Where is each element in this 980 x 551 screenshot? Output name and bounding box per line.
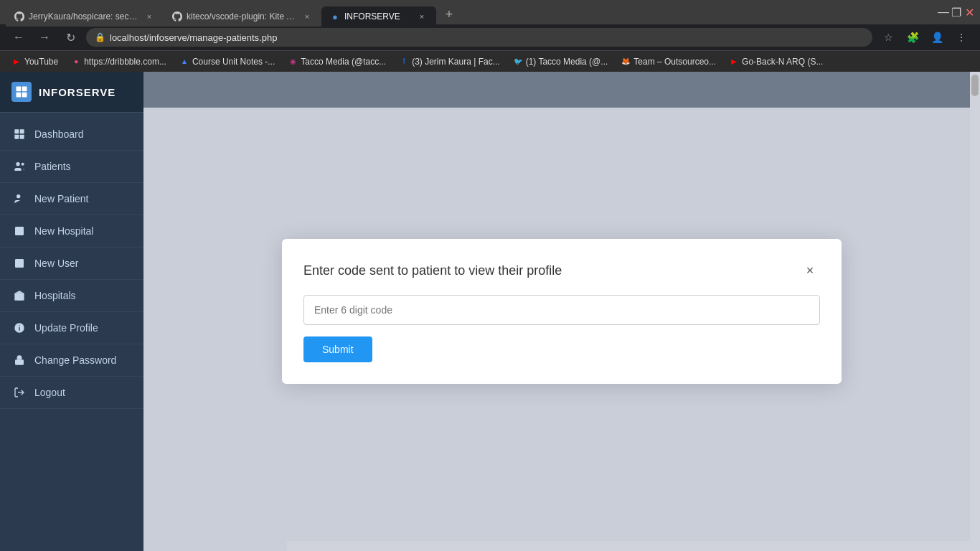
sidebar-nav: Dashboard Patients New Patient: [0, 113, 143, 415]
bookmark-outsource[interactable]: 🦊 Team – Outsourceo...: [615, 55, 722, 69]
svg-rect-7: [20, 135, 24, 139]
firefox-favicon-icon: 🦊: [621, 57, 631, 67]
sidebar-item-update-profile-label: Update Profile: [34, 322, 98, 334]
bookmark-facebook[interactable]: f (3) Jerim Kaura | Fac...: [393, 55, 505, 69]
tab-1-close[interactable]: ×: [143, 11, 155, 22]
app-title: INFORSERVE: [39, 86, 116, 98]
svg-rect-13: [15, 227, 24, 235]
profile-icon[interactable]: 👤: [927, 27, 947, 47]
svg-point-8: [16, 162, 19, 166]
svg-point-10: [17, 194, 20, 198]
bookmark-youtube[interactable]: ▶ YouTube: [6, 55, 64, 69]
sidebar-item-logout[interactable]: Logout: [0, 377, 143, 409]
forward-button[interactable]: →: [34, 27, 55, 47]
address-text: localhost/infoserve/manage-patients.php: [110, 32, 864, 43]
sidebar-item-new-user[interactable]: New User: [0, 248, 143, 280]
svg-rect-21: [15, 359, 24, 364]
tab-3[interactable]: ● INFORSERVE ×: [321, 6, 436, 27]
tab-2-title: kiteco/vscode-plugin: Kite Autoc...: [187, 11, 297, 22]
sidebar: INFORSERVE Dashboard Patients: [0, 72, 143, 551]
logout-icon: [13, 386, 26, 399]
modal-header: Enter code sent to patient to view their…: [303, 260, 820, 281]
modal-overlay: Enter code sent to patient to view their…: [143, 72, 980, 551]
svg-rect-2: [17, 93, 22, 98]
maximize-button[interactable]: ❐: [951, 7, 961, 17]
bookmark-youtube-label: YouTube: [24, 57, 58, 67]
extensions-icon[interactable]: 🧩: [903, 27, 923, 47]
submit-button[interactable]: Submit: [303, 336, 372, 362]
title-bar: JerryKaura/hospicare: second ye... × kit…: [0, 0, 980, 24]
update-profile-icon: [13, 321, 26, 334]
horizontal-scrollbar[interactable]: [287, 541, 970, 551]
svg-rect-1: [22, 87, 27, 92]
new-hospital-icon: [13, 225, 26, 237]
main-content: Enter code sent to patient to view their…: [143, 72, 980, 551]
code-input[interactable]: [303, 295, 820, 325]
youtube-favicon-icon: ▶: [11, 57, 22, 67]
svg-rect-3: [22, 93, 27, 98]
bookmark-course-label: Course Unit Notes -...: [192, 57, 275, 67]
minimize-button[interactable]: —: [938, 7, 948, 17]
reload-button[interactable]: ↻: [60, 27, 80, 47]
bookmark-gobackn[interactable]: ▶ Go-Back-N ARQ (S...: [723, 55, 829, 69]
svg-rect-16: [15, 259, 24, 268]
dashboard-icon: [13, 128, 26, 141]
browser-chrome: JerryKaura/hospicare: second ye... × kit…: [0, 0, 980, 72]
tab-1[interactable]: JerryKaura/hospicare: second ye... ×: [6, 6, 164, 27]
tab-3-favicon: ●: [330, 11, 340, 22]
tab-3-title: INFORSERVE: [344, 11, 412, 22]
svg-rect-0: [17, 87, 22, 92]
sidebar-item-update-profile[interactable]: Update Profile: [0, 312, 143, 344]
change-password-icon: [13, 354, 26, 367]
sidebar-item-hospitals-label: Hospitals: [34, 290, 76, 301]
bookmark-star-icon[interactable]: ☆: [878, 27, 898, 47]
sidebar-item-change-password[interactable]: Change Password: [0, 344, 143, 377]
bookmark-gobackn-label: Go-Back-N ARQ (S...: [742, 57, 823, 67]
lock-icon: 🔒: [95, 32, 105, 42]
sidebar-item-dashboard[interactable]: Dashboard: [0, 118, 143, 151]
scrollbar-thumb[interactable]: [971, 75, 979, 96]
tab-2[interactable]: kiteco/vscode-plugin: Kite Autoc... ×: [164, 6, 321, 27]
sidebar-item-hospitals[interactable]: Hospitals: [0, 280, 143, 312]
bookmark-outsource-label: Team – Outsourceo...: [633, 57, 716, 67]
address-bar-row: ← → ↻ 🔒 localhost/infoserve/manage-patie…: [0, 24, 980, 50]
svg-rect-6: [14, 135, 19, 139]
back-button[interactable]: ←: [9, 27, 29, 47]
sidebar-item-new-patient-label: New Patient: [34, 193, 88, 204]
svg-rect-5: [20, 129, 24, 133]
sidebar-item-new-hospital[interactable]: New Hospital: [0, 215, 143, 248]
menu-icon[interactable]: ⋮: [951, 27, 971, 47]
tab-bar: JerryKaura/hospicare: second ye... × kit…: [6, 0, 933, 24]
sidebar-header: INFORSERVE: [0, 72, 143, 113]
facebook-favicon-icon: f: [399, 57, 409, 67]
instagram-favicon-icon: ◉: [288, 57, 298, 67]
sidebar-item-patients-label: Patients: [34, 161, 71, 172]
bookmark-instagram-label: Tacco Media (@tacc...: [301, 57, 386, 67]
sidebar-item-patients[interactable]: Patients: [0, 151, 143, 183]
bookmark-dribbble-label: https://dribbble.com...: [84, 57, 166, 67]
modal-title: Enter code sent to patient to view their…: [303, 263, 562, 278]
close-button[interactable]: ✕: [964, 7, 974, 17]
bookmark-dribbble[interactable]: ● https://dribbble.com...: [65, 55, 172, 69]
sidebar-item-new-hospital-label: New Hospital: [34, 225, 93, 237]
sidebar-item-new-patient[interactable]: New Patient: [0, 183, 143, 215]
tab-3-close[interactable]: ×: [416, 11, 428, 22]
bookmark-twitter[interactable]: 🐦 (1) Tacco Media (@...: [507, 55, 614, 69]
sidebar-item-dashboard-label: Dashboard: [34, 128, 84, 140]
modal-close-button[interactable]: ×: [800, 260, 820, 281]
new-tab-button[interactable]: +: [439, 4, 459, 24]
sidebar-item-change-password-label: Change Password: [34, 354, 116, 366]
twitter-favicon-icon: 🐦: [513, 57, 523, 67]
sidebar-item-new-user-label: New User: [34, 258, 78, 269]
bookmark-twitter-label: (1) Tacco Media (@...: [526, 57, 608, 67]
bookmarks-bar: ▶ YouTube ● https://dribbble.com... ▲ Co…: [0, 50, 980, 72]
tab-2-favicon: [172, 11, 182, 22]
vertical-scrollbar[interactable]: [970, 72, 980, 551]
tab-2-close[interactable]: ×: [301, 11, 313, 22]
bookmark-instagram[interactable]: ◉ Tacco Media (@tacc...: [282, 55, 392, 69]
svg-point-9: [22, 163, 24, 166]
yt2-favicon-icon: ▶: [729, 57, 739, 67]
bookmark-course-unit[interactable]: ▲ Course Unit Notes -...: [174, 55, 281, 69]
patients-icon: [13, 160, 26, 173]
address-input-wrap[interactable]: 🔒 localhost/infoserve/manage-patients.ph…: [86, 28, 872, 47]
